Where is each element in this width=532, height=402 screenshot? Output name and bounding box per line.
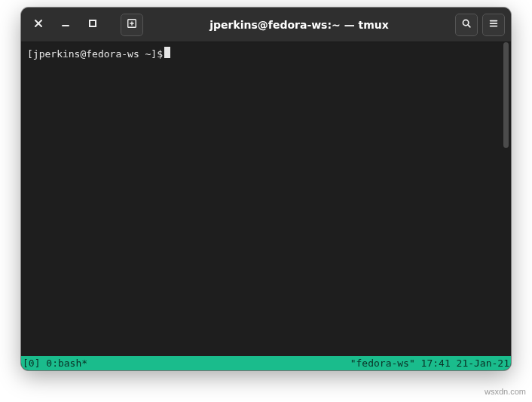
new-tab-button[interactable]: [121, 14, 143, 36]
terminal-content: [jperkins@fedora-ws ~]$: [21, 42, 511, 66]
tmux-status-left: [0] 0:bash*: [23, 356, 87, 370]
svg-line-8: [468, 25, 470, 27]
minimize-icon: [60, 17, 71, 32]
close-icon: [33, 17, 44, 32]
shell-prompt: [jperkins@fedora-ws ~]$: [27, 47, 163, 62]
search-button[interactable]: [455, 14, 478, 36]
maximize-button[interactable]: [81, 14, 104, 36]
tmux-status-bar: [0] 0:bash* "fedora-ws" 17:41 21-Jan-21: [21, 356, 511, 370]
svg-rect-3: [90, 20, 96, 26]
watermark: wsxdn.com: [485, 387, 526, 396]
menu-button[interactable]: [482, 14, 505, 36]
minimize-button[interactable]: [54, 14, 77, 36]
titlebar: jperkins@fedora-ws:~ — tmux: [21, 8, 511, 42]
cursor: [164, 47, 170, 58]
new-tab-icon: [127, 17, 137, 32]
maximize-icon: [87, 17, 98, 32]
scrollbar-thumb[interactable]: [503, 42, 509, 148]
search-icon: [461, 17, 472, 32]
window-title: jperkins@fedora-ws:~ — tmux: [148, 19, 451, 31]
terminal-pane[interactable]: [jperkins@fedora-ws ~]$: [21, 42, 511, 356]
close-button[interactable]: [27, 14, 50, 36]
terminal-window: jperkins@fedora-ws:~ — tmux [jperkins@fe…: [21, 8, 511, 370]
tmux-status-right: "fedora-ws" 17:41 21-Jan-21: [350, 356, 509, 370]
hamburger-menu-icon: [488, 17, 499, 32]
